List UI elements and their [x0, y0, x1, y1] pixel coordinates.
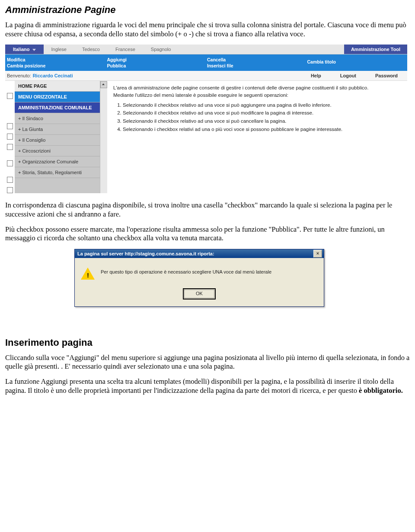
- link-password[interactable]: Password: [366, 73, 407, 78]
- chevron-down-icon: [32, 49, 36, 51]
- admin-tool-tab[interactable]: Amministrazione Tool: [344, 45, 407, 54]
- intro-para: La pagina di amministrazione riguarda le…: [5, 21, 410, 38]
- close-icon[interactable]: ×: [313, 250, 322, 258]
- lang-tab[interactable]: Inglese: [44, 45, 74, 54]
- sidebar-item[interactable]: + Storia, Statuto, Regolamenti: [15, 167, 100, 178]
- action-pubblica[interactable]: Pubblica: [107, 64, 208, 68]
- instruction-list: Selezionando il checkbox relativo ad una…: [123, 102, 403, 133]
- content-area: L'area di amministrazione delle pagine c…: [107, 81, 407, 193]
- row-checkbox[interactable]: [7, 123, 13, 129]
- page-heading: Amministrazione Pagine: [5, 4, 410, 16]
- welcome-label: Benvenuto:: [5, 73, 31, 78]
- row-checkbox[interactable]: [7, 144, 13, 150]
- alert-dialog: La pagina sul server http://staging.comu…: [74, 249, 324, 307]
- admin-screenshot: Italiano Inglese Tedesco Francese Spagno…: [5, 45, 407, 193]
- action-inserisci-file[interactable]: Inserisci file: [207, 64, 307, 68]
- sidebar-scrollbar[interactable]: [100, 81, 107, 193]
- sidebar-item[interactable]: HOME PAGE: [15, 81, 100, 92]
- row-checkbox[interactable]: [7, 134, 13, 140]
- welcome-username: Riccardo Cecinati: [33, 73, 73, 78]
- sidebar-item[interactable]: + Il Sindaco: [15, 113, 100, 124]
- bold-text: è obbligatorio.: [359, 386, 403, 395]
- language-tabs: Italiano Inglese Tedesco Francese Spagno…: [5, 45, 407, 54]
- page-tree-sidebar: HOME PAGE MENU ORIZZONTALE AMMINISTRAZIO…: [15, 81, 100, 193]
- lang-tab[interactable]: Tedesco: [74, 45, 108, 54]
- sidebar-item[interactable]: + Circoscrizioni: [15, 146, 100, 156]
- checkbox-column: [5, 81, 15, 193]
- sidebar-item-selected[interactable]: AMMINISTRAZIONE COMUNALE: [15, 102, 100, 113]
- warning-icon: !: [81, 267, 95, 280]
- lang-tab[interactable]: Francese: [108, 45, 143, 54]
- list-item: Selezionando il checkbox relativo ad una…: [123, 102, 403, 109]
- list-item: Selezionando il checkbox relativo ad una…: [123, 118, 403, 125]
- scroll-up-icon[interactable]: [100, 81, 107, 88]
- content-para: Mediante l'utilizzo del menù laterale è …: [113, 92, 403, 99]
- dialog-title-text: La pagina sul server http://staging.comu…: [77, 249, 214, 258]
- lang-tab[interactable]: Spagnolo: [143, 45, 179, 54]
- row-checkbox[interactable]: [7, 93, 13, 99]
- sidebar-item[interactable]: + Il Consiglio: [15, 135, 100, 146]
- body-para: Più checkbox possono essere marcate, ma …: [5, 225, 410, 243]
- action-modifica[interactable]: Modifica: [7, 57, 107, 62]
- sidebar-item[interactable]: + Organizzazione Comunale: [15, 156, 100, 167]
- body-para: La funzione Aggiungi presenta una scelta…: [5, 377, 410, 395]
- section-heading: Inserimento pagina: [5, 337, 410, 348]
- dialog-message: Per questo tipo di operazione è necessar…: [101, 267, 318, 274]
- link-logout[interactable]: Logout: [331, 73, 366, 78]
- dialog-titlebar: La pagina sul server http://staging.comu…: [75, 249, 324, 258]
- row-checkbox[interactable]: [7, 177, 13, 183]
- ok-button[interactable]: OK: [183, 288, 216, 299]
- content-para: L'area di amministrazione delle pagine c…: [113, 84, 403, 92]
- link-help[interactable]: Help: [301, 73, 331, 78]
- lang-tab-italiano[interactable]: Italiano: [5, 45, 44, 54]
- list-item: Selezionando i checkbox relativi ad una …: [123, 126, 403, 133]
- row-checkbox[interactable]: [7, 187, 13, 193]
- list-item: Selezionando il checkbox relativo ad una…: [123, 109, 403, 117]
- row-checkbox[interactable]: [7, 160, 13, 166]
- welcome-bar: Benvenuto: Riccardo Cecinati Help Logout…: [5, 71, 407, 81]
- action-cambia-posizione[interactable]: Cambia posizione: [7, 64, 107, 68]
- action-cancella[interactable]: Cancella: [207, 57, 307, 62]
- action-bar: ModificaCambia posizione AggiungiPubblic…: [5, 54, 407, 71]
- sidebar-item[interactable]: + La Giunta: [15, 124, 100, 135]
- body-para: Cliccando sulla voce "Aggiungi" del menu…: [5, 354, 410, 371]
- action-cambia-titolo[interactable]: Cambia titolo: [307, 60, 408, 64]
- action-aggiungi[interactable]: Aggiungi: [107, 57, 208, 62]
- sidebar-item[interactable]: MENU ORIZZONTALE: [15, 92, 100, 102]
- body-para: In corrispondenza di ciascuna pagina dis…: [5, 201, 410, 219]
